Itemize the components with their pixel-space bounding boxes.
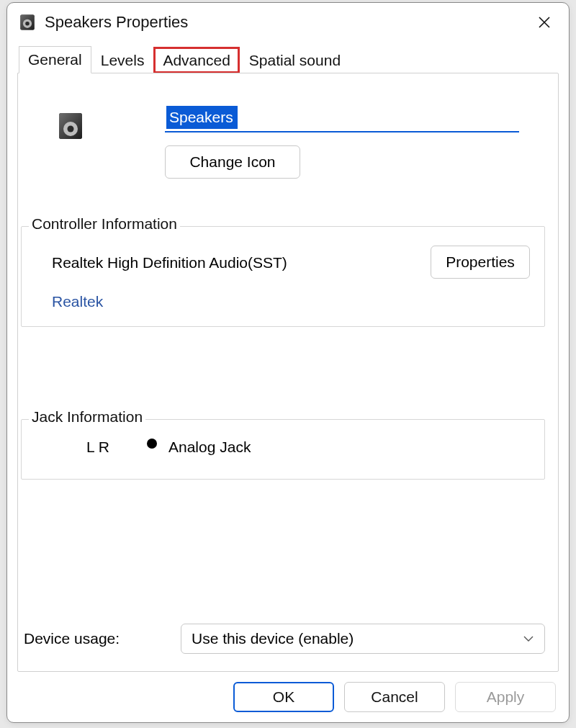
device-usage-select[interactable]: Use this device (enable) xyxy=(181,624,545,654)
svg-point-7 xyxy=(68,126,74,132)
ok-button[interactable]: OK xyxy=(233,682,334,712)
controller-name: Realtek High Definition Audio(SST) xyxy=(52,254,287,271)
controller-properties-button[interactable]: Properties xyxy=(431,246,530,279)
dialog-footer: OK Cancel Apply xyxy=(7,672,569,722)
change-icon-button[interactable]: Change Icon xyxy=(165,145,300,179)
controller-info-label: Controller Information xyxy=(29,215,180,233)
chevron-down-icon xyxy=(523,633,534,644)
device-usage-label: Device usage: xyxy=(24,630,181,647)
controller-info-group: Controller Information Realtek High Defi… xyxy=(21,226,545,327)
cancel-button[interactable]: Cancel xyxy=(344,682,445,712)
jack-channels: L R xyxy=(86,439,109,456)
tab-general[interactable]: General xyxy=(19,46,91,73)
tab-panel: Speakers Change Icon Controller Informat… xyxy=(17,73,559,672)
jack-info-group: Jack Information L R Analog Jack xyxy=(21,419,545,480)
device-usage-row: Device usage: Use this device (enable) xyxy=(24,624,545,654)
jack-info-label: Jack Information xyxy=(29,408,145,426)
device-usage-value: Use this device (enable) xyxy=(192,630,354,647)
jack-name: Analog Jack xyxy=(168,439,251,456)
device-speaker-icon xyxy=(50,105,91,147)
svg-point-3 xyxy=(25,22,30,26)
tab-spatial-sound[interactable]: Spatial sound xyxy=(240,47,350,73)
tabs: General Levels Advanced Spatial sound xyxy=(7,42,569,73)
titlebar: Speakers Properties xyxy=(7,3,569,42)
tab-advanced[interactable]: Advanced xyxy=(153,47,239,73)
close-button[interactable] xyxy=(527,8,562,37)
dialog-window: Speakers Properties General Levels Advan… xyxy=(6,2,570,723)
controller-vendor: Realtek xyxy=(52,293,103,310)
tab-levels[interactable]: Levels xyxy=(91,47,154,73)
speaker-icon xyxy=(17,12,37,32)
jack-color-icon xyxy=(147,439,157,449)
device-name-input[interactable] xyxy=(165,105,519,132)
device-header: Speakers Change Icon xyxy=(50,105,544,179)
apply-button: Apply xyxy=(455,682,556,712)
window-title: Speakers Properties xyxy=(45,13,527,32)
device-name-field[interactable]: Speakers xyxy=(165,105,519,132)
